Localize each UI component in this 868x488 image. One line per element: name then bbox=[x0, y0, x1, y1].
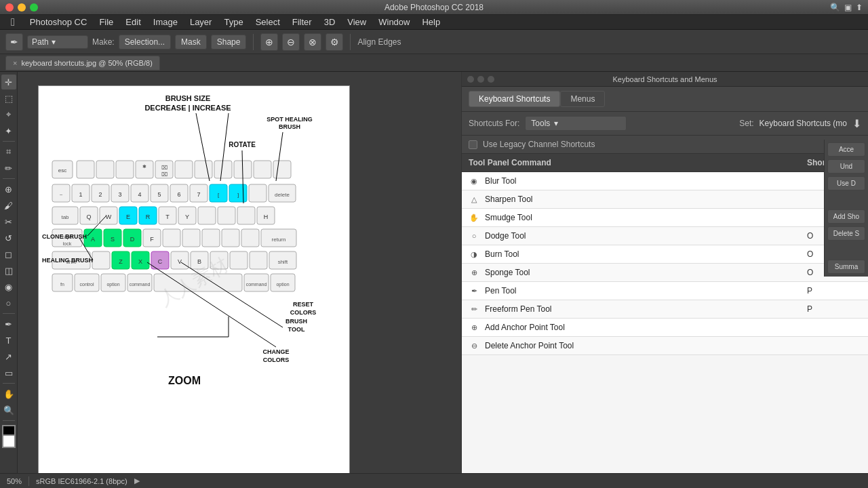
move-tool[interactable]: ✛ bbox=[1, 75, 16, 89]
marquee-tool[interactable]: ⬚ bbox=[1, 91, 16, 106]
menu-type[interactable]: Type bbox=[218, 16, 248, 28]
smudge-icon: ✋ bbox=[469, 212, 479, 223]
eraser-tool[interactable]: ◻ bbox=[1, 247, 16, 262]
type-tool[interactable]: T bbox=[1, 333, 16, 348]
shortcuts-for-dropdown[interactable]: Tools ▾ bbox=[525, 116, 627, 131]
menu-layer[interactable]: Layer bbox=[184, 16, 218, 28]
combine-icon[interactable]: ⊕ bbox=[260, 33, 278, 51]
intersect-icon[interactable]: ⊗ bbox=[304, 33, 321, 51]
path-tool[interactable]: ↗ bbox=[1, 349, 16, 364]
undo-button[interactable]: Und bbox=[827, 159, 865, 174]
settings-icon[interactable]: ⚙ bbox=[326, 33, 343, 51]
blur-tool[interactable]: ◉ bbox=[1, 279, 16, 294]
svg-text:RESET: RESET bbox=[293, 301, 314, 308]
shape-button[interactable]: Shape bbox=[211, 35, 247, 49]
pen-tool-icon[interactable]: ✒ bbox=[5, 33, 23, 51]
close-tab-icon[interactable]: × bbox=[13, 59, 17, 67]
minimize-button[interactable] bbox=[18, 3, 26, 12]
table-row[interactable]: △ Sharpen Tool bbox=[462, 190, 868, 209]
subtract-icon[interactable]: ⊖ bbox=[282, 33, 300, 51]
use-legacy-label: Use Legacy Channel Shortcuts bbox=[483, 140, 595, 149]
gradient-tool[interactable]: ◫ bbox=[1, 263, 16, 278]
table-row[interactable]: ○ Dodge Tool O bbox=[462, 227, 868, 245]
share-icon[interactable]: ⬆ bbox=[856, 3, 863, 12]
table-row[interactable]: ◑ Burn Tool O bbox=[462, 245, 868, 264]
table-row[interactable]: ✒ Pen Tool P bbox=[462, 282, 868, 300]
shape-tool[interactable]: ▭ bbox=[1, 365, 16, 380]
table-row[interactable]: ◉ Blur Tool bbox=[462, 172, 868, 190]
tab-keyboard-shortcuts[interactable]: Keyboard Shortcuts bbox=[469, 91, 560, 107]
mask-button[interactable]: Mask bbox=[175, 35, 207, 49]
brush-tool[interactable]: 🖌 bbox=[1, 198, 16, 213]
pen-tool[interactable]: ✒ bbox=[1, 317, 16, 331]
maximize-button[interactable] bbox=[30, 3, 38, 12]
menu-photoshop[interactable]: Photoshop CC bbox=[24, 16, 93, 28]
status-arrow-icon[interactable]: ▶ bbox=[134, 476, 140, 485]
table-row[interactable]: ⊖ Delete Anchor Point Tool bbox=[462, 337, 868, 355]
dodge-tool[interactable]: ○ bbox=[1, 296, 16, 310]
table-row[interactable]: ✋ Smudge Tool bbox=[462, 209, 868, 227]
menu-edit[interactable]: Edit bbox=[120, 16, 146, 28]
stamp-tool[interactable]: ✂ bbox=[1, 214, 16, 229]
background-color[interactable] bbox=[2, 434, 16, 448]
selection-button[interactable]: Selection... bbox=[119, 35, 171, 49]
command-name: Pen Tool bbox=[485, 286, 807, 296]
path-selector[interactable]: Path ▾ bbox=[27, 35, 88, 49]
use-default-button[interactable]: Use D bbox=[827, 176, 865, 190]
tab-bar: × keyboard shortcuts.jpg @ 50% (RGB/8) bbox=[0, 54, 868, 72]
magic-wand-tool[interactable]: ✦ bbox=[1, 123, 16, 138]
zoom-level: 50% bbox=[7, 477, 22, 485]
table-row[interactable]: ✏ Freeform Pen Tool P bbox=[462, 300, 868, 319]
close-button[interactable] bbox=[5, 3, 14, 12]
svg-rect-75 bbox=[163, 229, 180, 247]
menu-help[interactable]: Help bbox=[416, 16, 446, 28]
svg-text:H: H bbox=[264, 214, 269, 220]
search-icon[interactable]: 🔍 bbox=[830, 3, 840, 12]
menu-view[interactable]: View bbox=[342, 16, 372, 28]
document-tab[interactable]: × keyboard shortcuts.jpg @ 50% (RGB/8) bbox=[5, 56, 160, 70]
ks-close-dot[interactable] bbox=[467, 76, 474, 83]
menu-file[interactable]: File bbox=[94, 16, 119, 28]
save-set-icon[interactable]: ⬇ bbox=[852, 117, 861, 130]
svg-text:option: option bbox=[276, 282, 289, 287]
svg-text:1: 1 bbox=[79, 191, 82, 198]
blur-icon: ◉ bbox=[469, 176, 479, 186]
zoom-tool[interactable]: 🔍 bbox=[1, 403, 16, 418]
svg-text:esc: esc bbox=[58, 167, 66, 174]
svg-text:TOOL: TOOL bbox=[288, 326, 305, 333]
summarize-button[interactable]: Summa bbox=[827, 260, 865, 274]
svg-rect-84 bbox=[92, 251, 110, 269]
menu-3d[interactable]: 3D bbox=[319, 16, 341, 28]
path-selector-label: Path bbox=[32, 37, 49, 47]
lasso-tool[interactable]: ⌖ bbox=[1, 107, 16, 122]
table-row[interactable]: ⊕ Add Anchor Point Tool bbox=[462, 319, 868, 337]
history-brush[interactable]: ↺ bbox=[1, 230, 16, 245]
apple-menu[interactable]:  bbox=[5, 15, 20, 30]
svg-rect-21 bbox=[273, 161, 291, 178]
crop-tool[interactable]: ⌗ bbox=[1, 144, 16, 159]
set-value: Keyboard Shortcuts (mo bbox=[760, 119, 847, 128]
menu-select[interactable]: Select bbox=[250, 16, 285, 28]
accept-button[interactable]: Acce bbox=[827, 142, 865, 157]
use-legacy-checkbox[interactable] bbox=[469, 140, 477, 149]
ks-max-dot[interactable] bbox=[488, 76, 494, 83]
canvas-image[interactable]: BRUSH SIZE DECREASE | INCREASE SPOT HEAL… bbox=[39, 86, 349, 473]
svg-text:Y: Y bbox=[185, 214, 189, 220]
view-icon[interactable]: ▣ bbox=[844, 3, 852, 12]
add-shortcut-button[interactable]: Add Sho bbox=[827, 209, 865, 224]
svg-text:T: T bbox=[165, 214, 170, 220]
svg-text:6: 6 bbox=[177, 191, 180, 198]
eyedropper-tool[interactable]: ✏ bbox=[1, 161, 16, 176]
healing-tool[interactable]: ⊕ bbox=[1, 182, 16, 197]
menu-image[interactable]: Image bbox=[148, 16, 183, 28]
hand-tool[interactable]: ✋ bbox=[1, 386, 16, 401]
table-row[interactable]: ⊕ Sponge Tool O bbox=[462, 264, 868, 282]
ks-min-dot[interactable] bbox=[477, 76, 484, 83]
ks-table-body[interactable]: ◉ Blur Tool △ Sharpen Tool ✋ Smudge Tool… bbox=[462, 172, 868, 473]
menu-window[interactable]: Window bbox=[373, 16, 415, 28]
menu-filter[interactable]: Filter bbox=[287, 16, 317, 28]
canvas-content: BRUSH SIZE DECREASE | INCREASE SPOT HEAL… bbox=[38, 85, 350, 473]
delete-shortcut-button[interactable]: Delete S bbox=[827, 226, 865, 241]
svg-text:BRUSH: BRUSH bbox=[279, 123, 300, 130]
tab-menus[interactable]: Menus bbox=[560, 91, 605, 107]
